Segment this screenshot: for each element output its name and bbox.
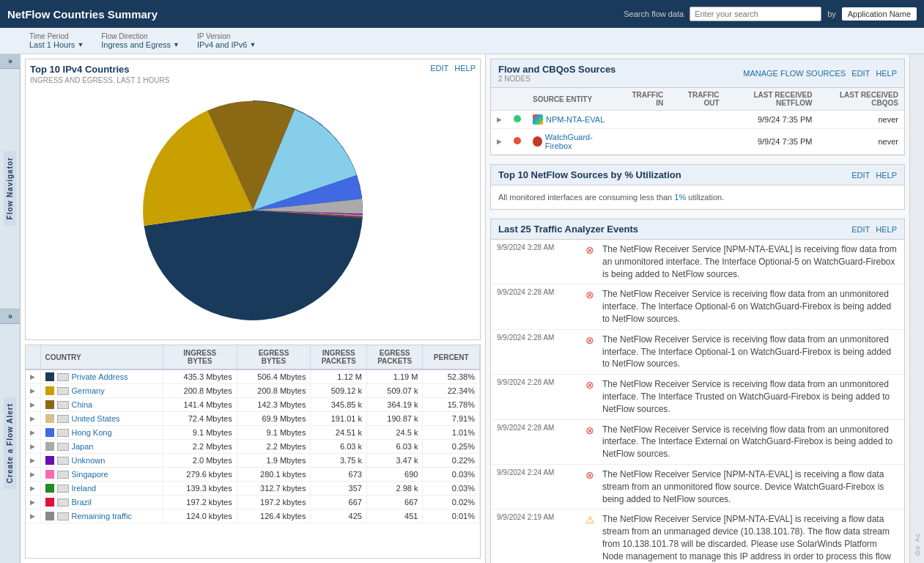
source-expand[interactable]: ▶ [491, 129, 508, 155]
country-name-link[interactable]: Japan [72, 442, 94, 451]
flow-direction-dropdown[interactable]: Ingress and Egress ▼ [101, 40, 180, 49]
expand-btn[interactable]: ▶ [26, 440, 40, 454]
expand-btn[interactable]: ▶ [26, 426, 40, 440]
event-row: 9/9/2024 2:24 AM ⊗ The NetFlow Receiver … [491, 465, 904, 509]
country-name-link[interactable]: Germany [72, 386, 105, 395]
expand-btn[interactable]: ▶ [26, 398, 40, 412]
country-color-box [45, 386, 54, 395]
country-name-link[interactable]: Hong Kong [72, 428, 112, 437]
ip-version-dropdown[interactable]: IPv4 and IPv6 ▼ [197, 40, 256, 49]
percent-cell: 0.22% [423, 454, 480, 468]
country-flag [57, 512, 69, 520]
source-traffic-in [619, 111, 669, 129]
events-help-link[interactable]: HELP [876, 225, 897, 234]
chart-edit-link[interactable]: EDIT [430, 64, 448, 73]
flow-sources-help-link[interactable]: HELP [876, 69, 897, 78]
country-name-link[interactable]: United States [72, 414, 120, 423]
country-cell: Remaining traffic [40, 509, 163, 523]
country-flag [57, 429, 69, 437]
expand-btn[interactable]: ▶ [26, 509, 40, 523]
utilization-body: All monitored interfaces are consuming l… [491, 185, 904, 209]
expand-btn[interactable]: ▶ [26, 496, 40, 509]
source-expand[interactable]: ▶ [491, 111, 508, 129]
search-label: Search flow data [624, 10, 684, 18]
ingress-packets-cell: 24.51 k [311, 426, 367, 440]
right-side-label1[interactable]: Ac [914, 533, 921, 542]
country-name-link[interactable]: Unknown [72, 456, 106, 465]
source-name-link[interactable]: WatchGuard-Firebox [545, 133, 613, 150]
right-panel: Flow and CBQoS Sources 2 NODES MANAGE FL… [486, 54, 909, 563]
topbar: NetFlow Countries Summary Search flow da… [0, 0, 924, 28]
event-time: 9/9/2024 2:28 AM [497, 334, 577, 370]
egress-packets-cell: 509.07 k [366, 384, 423, 398]
event-time: 9/9/2024 2:28 AM [497, 288, 577, 325]
country-color-box [45, 442, 54, 451]
error-icon: ⊗ [585, 334, 594, 346]
flow-navigator-label[interactable]: Flow Navigator [4, 151, 16, 226]
country-name-link[interactable]: Remaining traffic [72, 512, 132, 520]
country-name-link[interactable]: China [72, 400, 93, 409]
expand-btn[interactable]: ▶ [26, 369, 40, 384]
utilization-edit-link[interactable]: EDIT [851, 171, 870, 180]
flow-sources-edit-link[interactable]: EDIT [851, 69, 870, 78]
source-entity-cell: WatchGuard-Firebox [527, 129, 619, 155]
table-row: ▶ United States 72.4 Mbytes 69.9 Mbytes … [26, 412, 480, 426]
expand-btn[interactable]: ▶ [26, 412, 40, 426]
egress-packets-cell: 364.19 k [366, 398, 423, 412]
source-traffic-in [619, 129, 669, 155]
country-name-link[interactable]: Brazil [72, 498, 92, 507]
percent-cell: 22.34% [423, 384, 480, 398]
egress-packets-cell: 190.87 k [366, 412, 423, 426]
create-alert-label[interactable]: Create a Flow Alert [4, 397, 16, 489]
source-last-netflow: 9/9/24 7:35 PM [725, 111, 818, 129]
egress-packets-cell: 1.19 M [366, 369, 423, 384]
time-period-dropdown[interactable]: Last 1 Hours ▼ [29, 40, 84, 49]
ingress-packets-cell: 345.85 k [311, 398, 367, 412]
flow-navigator-section: Flow Navigator [0, 69, 20, 309]
event-text: The NetFlow Receiver Service is receivin… [602, 288, 898, 325]
sidebar-collapse-button[interactable]: » [0, 54, 21, 69]
ingress-packets-cell: 191.01 k [311, 412, 367, 426]
source-entity-cell: NPM-NTA-EVAL [527, 111, 619, 129]
sidebar-chevron2[interactable]: » [0, 309, 21, 324]
ingress-packets-cell: 667 [311, 496, 367, 509]
utilization-section: Top 10 NetFlow Sources by % Utilization … [490, 164, 905, 210]
source-last-netflow: 9/9/24 7:35 PM [725, 129, 818, 155]
error-icon: ⊗ [585, 379, 594, 391]
table-row: ▶ Ireland 139.3 kbytes 312.7 kbytes 357 … [26, 482, 480, 496]
expand-btn[interactable]: ▶ [26, 384, 40, 398]
utilization-link[interactable]: 1% [674, 193, 686, 202]
expand-btn[interactable]: ▶ [26, 482, 40, 496]
flow-direction-filter: Flow Direction Ingress and Egress ▼ [101, 32, 180, 49]
flow-sources-title: Flow and CBQoS Sources [498, 64, 616, 75]
manage-flow-sources-link[interactable]: MANAGE FLOW SOURCES [743, 69, 846, 78]
events-edit-link[interactable]: EDIT [851, 225, 870, 234]
expand-btn[interactable]: ▶ [26, 454, 40, 468]
right-side-label2[interactable]: Go [914, 545, 921, 556]
event-icon-cell: ⊗ [583, 288, 596, 325]
country-name-link[interactable]: Singapore [72, 470, 108, 479]
search-input[interactable] [690, 7, 821, 21]
country-color-box [45, 372, 54, 381]
event-icon-cell: ⊗ [583, 468, 596, 505]
chart-subtitle: INGRESS AND EGRESS, LAST 1 HOURS [30, 76, 169, 84]
expand-btn[interactable]: ▶ [26, 468, 40, 482]
subbar: Time Period Last 1 Hours ▼ Flow Directio… [0, 28, 924, 54]
source-name-link[interactable]: NPM-NTA-EVAL [546, 115, 605, 124]
event-row: 9/9/2024 2:28 AM ⊗ The NetFlow Receiver … [491, 284, 904, 329]
percent-cell: 52.38% [423, 369, 480, 384]
percent-cell: 0.03% [423, 468, 480, 482]
source-row: ▶ WatchGuard-Firebox 9/9/24 7:35 PM neve… [491, 129, 904, 155]
app-name-badge[interactable]: Application Name [842, 7, 917, 21]
chart-title: Top 10 IPv4 Countries [30, 64, 169, 75]
utilization-help-link[interactable]: HELP [876, 171, 897, 180]
country-name-link[interactable]: Ireland [72, 484, 97, 493]
chart-help-link[interactable]: HELP [454, 64, 476, 73]
percent-cell: 7.91% [423, 412, 480, 426]
country-name-link[interactable]: Private Address [72, 372, 128, 381]
country-flag [57, 498, 69, 507]
egress-bytes-cell: 142.3 Mbytes [237, 398, 311, 412]
event-row: 9/9/2024 2:28 AM ⊗ The NetFlow Receiver … [491, 420, 904, 465]
source-traffic-out [669, 111, 725, 129]
page-title: NetFlow Countries Summary [7, 8, 624, 21]
